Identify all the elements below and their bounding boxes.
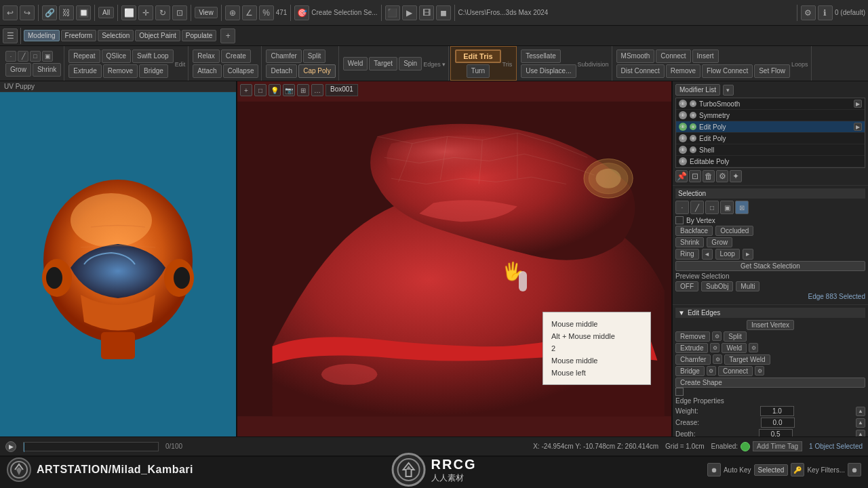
rotate-tool[interactable]: ↻ bbox=[155, 5, 170, 20]
play-button[interactable]: ▶ bbox=[5, 441, 16, 452]
relax-btn[interactable]: Relax bbox=[193, 49, 220, 63]
edge-sel-mode[interactable]: ╱ bbox=[690, 201, 704, 214]
extrude-settings[interactable]: ⚙ bbox=[710, 343, 719, 352]
render-frame[interactable]: 🎞 bbox=[419, 5, 434, 20]
modifier-symmetry[interactable]: 👁 👁 Symmetry bbox=[676, 110, 865, 121]
target-weld-btn[interactable]: Target Weld bbox=[724, 354, 770, 365]
viewport-preview[interactable] bbox=[0, 92, 236, 436]
ring-btn[interactable]: Ring bbox=[675, 249, 699, 260]
box-vp-icon[interactable]: □ bbox=[254, 84, 267, 96]
vertex-sel-mode[interactable]: · bbox=[675, 201, 689, 214]
connect-settings[interactable]: ⚙ bbox=[755, 366, 764, 375]
bridge-settings[interactable]: ⚙ bbox=[707, 366, 716, 375]
mod-eye-6[interactable]: 👁 bbox=[690, 123, 696, 130]
attach-btn[interactable]: Attach bbox=[193, 64, 221, 78]
modifier-editpoly-1[interactable]: 👁 👁 Edit Poly ▶ bbox=[676, 121, 865, 133]
bridge-btn[interactable]: Bridge bbox=[139, 64, 168, 78]
modifier-shell[interactable]: 👁 👁 Shell bbox=[676, 144, 865, 156]
flow-connect-btn[interactable]: Flow Connect bbox=[702, 64, 753, 78]
all-dropdown[interactable]: All bbox=[98, 7, 114, 18]
grow-sel-btn[interactable]: Grow bbox=[707, 237, 732, 247]
remove2-btn[interactable]: Remove bbox=[666, 64, 701, 78]
create-shape-check[interactable] bbox=[675, 388, 684, 396]
modifier-turbosmooth[interactable]: 👁 👁 TurboSmooth ▶ bbox=[676, 98, 865, 110]
get-stack-btn[interactable]: Get Stack Selection bbox=[675, 261, 865, 271]
turn-tris-btn[interactable]: Turn bbox=[467, 64, 490, 78]
weld-btn2[interactable]: Weld bbox=[343, 57, 368, 70]
border-mode[interactable]: □ bbox=[30, 51, 41, 62]
weld-settings[interactable]: ⚙ bbox=[749, 343, 758, 352]
edge-mode[interactable]: ╱ bbox=[18, 51, 28, 62]
bridge-edge-btn[interactable]: Bridge bbox=[675, 366, 705, 376]
depth-spin-up[interactable]: ▲ bbox=[856, 430, 865, 437]
render-icon[interactable]: ⬛ bbox=[385, 5, 400, 20]
elem-sel-mode[interactable]: ⊠ bbox=[735, 201, 749, 214]
repeat-btn[interactable]: Repeat bbox=[68, 49, 100, 63]
poly-sel-mode[interactable]: ▣ bbox=[720, 201, 734, 214]
object-name-display[interactable]: Box001 bbox=[326, 84, 358, 96]
tessellate-btn[interactable]: Tessellate bbox=[521, 49, 560, 63]
mod-eye-4[interactable]: 👁 bbox=[690, 112, 696, 119]
collapse-btn[interactable]: Collapse bbox=[223, 64, 259, 78]
insert-vertex-btn[interactable]: Insert Vertex bbox=[747, 320, 794, 330]
stack-icon3[interactable]: 🗑 bbox=[703, 170, 715, 182]
tab-selection[interactable]: Selection bbox=[98, 30, 134, 41]
viewport-3d[interactable]: 🖐 Mouse middle Alt + Mouse middle 2 Mous… bbox=[237, 81, 671, 436]
connect-edge-btn[interactable]: Connect bbox=[718, 366, 753, 376]
remove-settings[interactable]: ⚙ bbox=[712, 331, 722, 341]
crease-spin-up[interactable]: ▲ bbox=[856, 418, 865, 428]
extrude-btn[interactable]: Extrude bbox=[68, 64, 101, 78]
render-iter[interactable]: ◼ bbox=[436, 5, 451, 20]
chamfer-btn[interactable]: Chamfer bbox=[266, 49, 301, 63]
chamfer-settings[interactable]: ⚙ bbox=[713, 354, 722, 364]
mod-eye-2[interactable]: 👁 bbox=[690, 100, 696, 107]
detach-btn[interactable]: Detach bbox=[266, 64, 297, 78]
ring-inc[interactable]: ◄ bbox=[702, 249, 713, 260]
multi-btn[interactable]: Multi bbox=[736, 281, 760, 291]
depth-field[interactable] bbox=[759, 429, 793, 436]
add-vp-btn[interactable]: + bbox=[240, 84, 252, 96]
mod-collapse-ep1[interactable]: ▶ bbox=[854, 123, 862, 131]
chamfer-edge-btn[interactable]: Chamfer bbox=[675, 354, 711, 365]
move-tool[interactable]: ✛ bbox=[138, 5, 153, 20]
cam-vp-icon[interactable]: 📷 bbox=[283, 84, 295, 96]
occluded-btn[interactable]: Occluded bbox=[715, 226, 753, 236]
weight-field[interactable] bbox=[760, 406, 794, 416]
stack-icon5[interactable]: ✦ bbox=[730, 170, 742, 182]
selected-btn[interactable]: Selected bbox=[754, 464, 789, 476]
pin-icon[interactable]: 📌 bbox=[675, 170, 688, 182]
dist-connect-btn[interactable]: Dist Connect bbox=[616, 64, 665, 78]
mod-eye-8[interactable]: 👁 bbox=[690, 135, 696, 142]
loop-btn[interactable]: Loop bbox=[715, 249, 740, 260]
extrude-edge-btn[interactable]: Extrude bbox=[675, 343, 708, 353]
add-time-tag-btn[interactable]: Add Time Tag bbox=[753, 441, 802, 451]
info-icon[interactable]: ℹ bbox=[818, 5, 833, 20]
crease-field[interactable] bbox=[761, 418, 795, 428]
remove-edge-btn[interactable]: Remove bbox=[675, 331, 710, 342]
stack-icon4[interactable]: ⚙ bbox=[716, 170, 728, 182]
target-btn[interactable]: Target bbox=[369, 57, 397, 70]
use-displace-btn[interactable]: Use Displace... bbox=[521, 64, 576, 78]
mod-collapse-ts[interactable]: ▶ bbox=[854, 100, 862, 108]
connect-btn[interactable]: Connect bbox=[656, 49, 690, 63]
set-flow-btn[interactable]: Set Flow bbox=[754, 64, 790, 78]
mod-eye-3[interactable]: 👁 bbox=[679, 111, 687, 119]
shrink-btn[interactable]: Shrink bbox=[33, 63, 61, 77]
light-vp-icon[interactable]: 💡 bbox=[269, 84, 281, 96]
modifier-editpoly-2[interactable]: 👁 👁 Edit Poly bbox=[676, 133, 865, 144]
create-selection[interactable]: 🎯 bbox=[294, 5, 309, 20]
tab-populate[interactable]: Populate bbox=[182, 30, 216, 41]
off-btn[interactable]: OFF bbox=[675, 281, 698, 291]
link-button[interactable]: 🔗 bbox=[42, 5, 57, 20]
view-dropdown[interactable]: View bbox=[195, 7, 218, 18]
tab-freeform[interactable]: Freeform bbox=[61, 30, 97, 41]
cap-poly-btn[interactable]: Cap Poly bbox=[298, 64, 336, 78]
qslice-btn[interactable]: QSlice bbox=[102, 49, 131, 63]
loop-inc[interactable]: ► bbox=[743, 249, 753, 260]
remove-btn[interactable]: Remove bbox=[103, 64, 138, 78]
add-tab-icon[interactable]: + bbox=[220, 28, 235, 43]
mod-eye-1[interactable]: 👁 bbox=[679, 100, 687, 108]
settings-icon[interactable]: ⚙ bbox=[801, 5, 816, 20]
border-sel-mode[interactable]: □ bbox=[705, 201, 719, 214]
render-scene[interactable]: ▶ bbox=[402, 5, 417, 20]
